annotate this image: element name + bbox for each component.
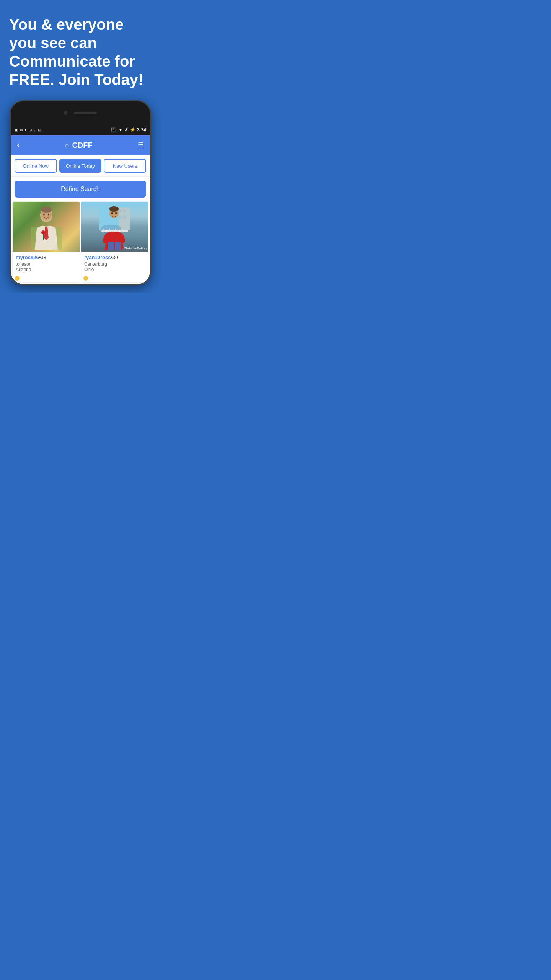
svg-rect-12 xyxy=(123,215,126,218)
user-grid: myrock26•33 tolleson Arizona xyxy=(11,201,150,284)
username-2: ryan10ross xyxy=(84,255,111,260)
back-button[interactable]: ‹ xyxy=(17,140,20,150)
app-title: CDFF xyxy=(72,141,92,150)
user-photo-1 xyxy=(13,202,80,252)
person-svg-2 xyxy=(99,204,130,250)
hero-section: You & everyone you see can Communicate f… xyxy=(0,0,161,100)
user-city-1: tolleson xyxy=(16,261,77,267)
camera-dot xyxy=(64,111,68,115)
user-state-1: Arizona xyxy=(16,267,77,272)
person-svg-1 xyxy=(31,204,62,250)
signal-off-icon: ✗ xyxy=(124,127,128,132)
phone-speaker xyxy=(74,112,97,114)
svg-rect-11 xyxy=(119,215,122,218)
svg-point-21 xyxy=(111,212,113,214)
svg-point-22 xyxy=(115,212,117,214)
svg-point-20 xyxy=(109,206,119,212)
battery-icon: ⚡ xyxy=(130,127,135,132)
svg-rect-23 xyxy=(108,242,114,250)
svg-point-6 xyxy=(41,230,45,234)
phone-frame: ▣ ✉ ✦ ⊡ ⊡ ⊡ 📳 ▼ ✗ ⚡ 3:24 ‹ ⌂ C xyxy=(10,100,151,285)
status-bar: ▣ ✉ ✦ ⊡ ⊡ ⊡ 📳 ▼ ✗ ⚡ 3:24 xyxy=(11,124,150,135)
user-online-dot-1 xyxy=(15,276,20,281)
user-city-2: Centerburg xyxy=(84,261,145,267)
phone-wrapper: ▣ ✉ ✦ ⊡ ⊡ ⊡ 📳 ▼ ✗ ⚡ 3:24 ‹ ⌂ C xyxy=(0,100,161,293)
user-card-2[interactable]: ChristianDating ryan10ross•30 Centerburg… xyxy=(81,201,148,283)
app-screen: ‹ ⌂ CDFF ☰ Online Now Online Today New U… xyxy=(11,135,150,284)
svg-rect-18 xyxy=(121,229,122,232)
user-age-2: •30 xyxy=(111,255,118,260)
vibrate-icon: 📳 xyxy=(111,127,117,132)
tab-bar: Online Now Online Today New Users xyxy=(11,155,150,177)
username-1: myrock26 xyxy=(16,255,39,260)
svg-rect-10 xyxy=(123,209,126,212)
user-state-2: Ohio xyxy=(84,267,145,272)
status-right-area: 📳 ▼ ✗ ⚡ 3:24 xyxy=(111,127,146,132)
status-icon-6: ⊡ xyxy=(38,128,41,132)
app-header: ‹ ⌂ CDFF ☰ xyxy=(11,135,150,155)
svg-point-3 xyxy=(41,207,52,213)
user-info-1: myrock26•33 tolleson Arizona xyxy=(13,252,80,274)
user-online-dot-2 xyxy=(83,276,88,281)
tab-online-today[interactable]: Online Today xyxy=(59,159,102,173)
status-icon-2: ✉ xyxy=(20,128,23,132)
status-icon-1: ▣ xyxy=(15,128,18,132)
phone-bezel xyxy=(11,101,150,124)
status-left-icons: ▣ ✉ ✦ ⊡ ⊡ ⊡ xyxy=(15,128,41,132)
svg-rect-9 xyxy=(119,209,122,212)
status-icon-5: ⊡ xyxy=(33,128,36,132)
tab-new-users[interactable]: New Users xyxy=(104,159,146,173)
svg-rect-15 xyxy=(103,229,104,232)
user-photo-2: ChristianDating xyxy=(81,202,148,252)
tab-online-now[interactable]: Online Now xyxy=(15,159,57,173)
status-icon-4: ⊡ xyxy=(29,128,32,132)
user-info-2: ryan10ross•30 Centerburg Ohio xyxy=(81,252,148,274)
refine-search-label: Refine Search xyxy=(61,186,99,193)
home-icon[interactable]: ⌂ xyxy=(65,141,69,149)
svg-point-4 xyxy=(43,214,45,216)
user-card-1[interactable]: myrock26•33 tolleson Arizona xyxy=(12,201,80,283)
status-icon-3: ✦ xyxy=(24,128,27,132)
svg-rect-24 xyxy=(115,242,121,250)
hero-title: You & everyone you see can Communicate f… xyxy=(9,15,152,89)
time-display: 3:24 xyxy=(137,127,146,132)
watermark-text: ChristianDating xyxy=(124,247,147,250)
wifi-icon: ▼ xyxy=(118,127,123,132)
user-age-1: •33 xyxy=(39,255,46,260)
refine-search-button[interactable]: Refine Search xyxy=(15,181,146,198)
svg-point-5 xyxy=(48,214,49,216)
menu-icon[interactable]: ☰ xyxy=(138,141,144,149)
header-center: ⌂ CDFF xyxy=(65,141,93,150)
